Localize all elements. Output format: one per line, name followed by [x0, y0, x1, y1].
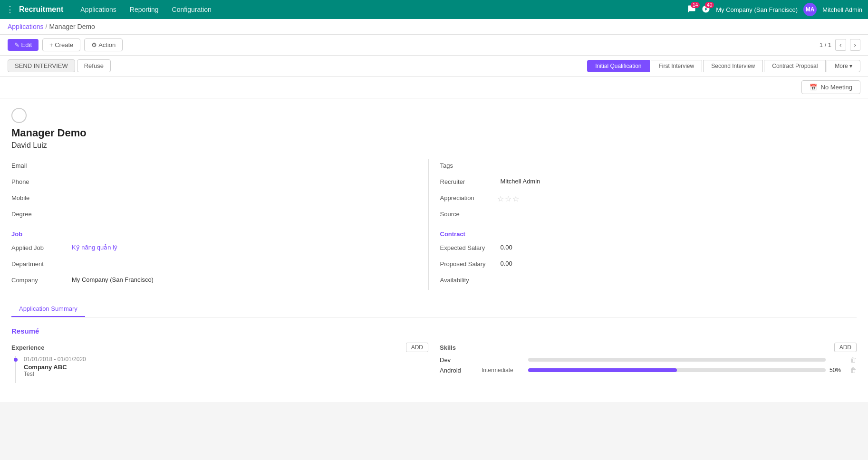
- appreciation-label: Appreciation: [440, 192, 497, 201]
- resume-columns: Experience ADD 01/01/2018 - 01/01/2020 C…: [11, 343, 857, 383]
- mobile-value[interactable]: [68, 192, 428, 205]
- experience-role: Test: [24, 371, 428, 377]
- tags-value[interactable]: [497, 159, 857, 172]
- no-meeting-button[interactable]: 📅 No Meeting: [801, 80, 860, 94]
- stage-more[interactable]: More ▾: [827, 60, 860, 72]
- add-skill-button[interactable]: ADD: [834, 343, 857, 352]
- toolbar: ✎ Edit + Create ⚙ Action 1 / 1 ‹ ›: [0, 35, 868, 56]
- star-1[interactable]: ☆: [497, 194, 504, 203]
- app-brand: Recruitment: [19, 5, 63, 14]
- stage-contract-proposal[interactable]: Contract Proposal: [764, 60, 826, 72]
- activity-icon[interactable]: 40: [702, 5, 710, 15]
- activity-badge: 40: [705, 2, 714, 8]
- stage-first-interview[interactable]: First Interview: [651, 60, 703, 72]
- experience-company: Company ABC: [24, 364, 428, 371]
- nav-configuration[interactable]: Configuration: [166, 4, 217, 15]
- experience-section-title: Experience ADD: [11, 343, 428, 352]
- source-value[interactable]: [497, 208, 857, 221]
- degree-row: Degree: [11, 208, 428, 223]
- nav-reporting[interactable]: Reporting: [124, 4, 164, 15]
- top-nav: ⋮ Recruitment Applications Reporting Con…: [0, 0, 868, 19]
- resume-skills: Skills ADD Dev 🗑 Android Intermediate: [440, 343, 857, 383]
- experience-label: Experience: [11, 344, 44, 351]
- candidate-name: David Luiz: [11, 141, 857, 150]
- skill-android-bar-container: [528, 368, 826, 372]
- experience-date: 01/01/2018 - 01/01/2020: [24, 356, 428, 363]
- breadcrumb-sep: /: [46, 23, 48, 30]
- contract-section-header: Contract: [440, 230, 857, 238]
- skill-dev-delete[interactable]: 🗑: [850, 356, 857, 364]
- degree-label: Degree: [11, 208, 68, 218]
- pagination: 1 / 1: [820, 41, 831, 48]
- phone-value[interactable]: [68, 175, 428, 189]
- tags-row: Tags: [440, 159, 857, 174]
- resume-title: Resumé: [11, 327, 857, 335]
- phone-label: Phone: [11, 175, 68, 185]
- experience-dot: [14, 358, 18, 362]
- availability-value[interactable]: [497, 274, 857, 287]
- main-content: Manager Demo David Luiz Email Phone Mobi…: [0, 98, 868, 402]
- phone-row: Phone: [11, 175, 428, 191]
- prev-button[interactable]: ‹: [835, 39, 846, 51]
- no-meeting-label: No Meeting: [821, 84, 852, 91]
- department-label: Department: [11, 258, 68, 268]
- nav-applications[interactable]: Applications: [75, 4, 122, 15]
- email-value[interactable]: [68, 159, 428, 172]
- skill-android-name: Android: [440, 367, 478, 374]
- company-label: Company: [11, 274, 68, 284]
- stage-bar: SEND INTERVIEW Refuse Initial Qualificat…: [0, 56, 868, 77]
- applied-job-row: Applied Job Kỹ năng quản lý: [11, 241, 428, 257]
- company-name[interactable]: My Company (San Francisco): [716, 6, 798, 13]
- user-name[interactable]: Mitchell Admin: [822, 6, 862, 13]
- next-button[interactable]: ›: [850, 39, 860, 51]
- refuse-button[interactable]: Refuse: [77, 59, 111, 72]
- star-2[interactable]: ☆: [505, 194, 511, 203]
- send-interview-button[interactable]: SEND INTERVIEW: [8, 59, 75, 72]
- appreciation-stars: ☆ ☆ ☆: [497, 192, 519, 203]
- proposed-salary-value[interactable]: 0.00: [497, 258, 857, 271]
- proposed-salary-label: Proposed Salary: [440, 258, 497, 268]
- email-label: Email: [11, 159, 68, 169]
- skill-android-percent: 50%: [829, 367, 846, 374]
- messages-icon[interactable]: 14: [687, 5, 696, 15]
- stage-initial-qualification[interactable]: Initial Qualification: [587, 60, 649, 72]
- stage-second-interview[interactable]: Second Interview: [703, 60, 763, 72]
- nav-links: Applications Reporting Configuration: [75, 4, 687, 15]
- user-avatar[interactable]: MA: [803, 3, 817, 16]
- nav-right: 14 40 My Company (San Francisco) MA Mitc…: [687, 3, 862, 16]
- breadcrumb-parent[interactable]: Applications: [8, 23, 44, 30]
- degree-value[interactable]: [68, 208, 428, 221]
- stage-steps: Initial Qualification First Interview Se…: [587, 60, 860, 72]
- tab-application-summary[interactable]: Application Summary: [11, 301, 85, 317]
- experience-item: 01/01/2018 - 01/01/2020 Company ABC Test: [15, 356, 428, 383]
- resume-section: Resumé Experience ADD 01/01/2018 - 01/01…: [11, 317, 857, 393]
- skill-dev-bar-container: [528, 358, 826, 362]
- applied-job-label: Applied Job: [11, 241, 68, 251]
- add-experience-button[interactable]: ADD: [406, 343, 428, 352]
- app-grid-icon[interactable]: ⋮: [6, 4, 14, 15]
- email-row: Email: [11, 159, 428, 174]
- mobile-label: Mobile: [11, 192, 68, 201]
- action-button[interactable]: ⚙ Action: [84, 38, 123, 51]
- create-button[interactable]: + Create: [42, 38, 80, 51]
- company-value[interactable]: My Company (San Francisco): [68, 274, 428, 287]
- meeting-bar: 📅 No Meeting: [0, 77, 868, 98]
- star-3[interactable]: ☆: [512, 194, 519, 203]
- skill-android-delete[interactable]: 🗑: [850, 366, 857, 374]
- mobile-row: Mobile: [11, 192, 428, 207]
- edit-button[interactable]: ✎ Edit: [8, 39, 39, 51]
- proposed-salary-row: Proposed Salary 0.00: [440, 258, 857, 273]
- expected-salary-label: Expected Salary: [440, 241, 497, 251]
- candidate-avatar[interactable]: [11, 108, 27, 123]
- recruiter-value[interactable]: Mitchell Admin: [497, 175, 857, 189]
- source-row: Source: [440, 208, 857, 223]
- department-value[interactable]: [68, 258, 428, 271]
- skill-dev-name: Dev: [440, 356, 478, 364]
- applied-job-value[interactable]: Kỹ năng quản lý: [68, 241, 428, 255]
- breadcrumb: Applications / Manager Demo: [0, 19, 868, 35]
- expected-salary-value[interactable]: 0.00: [497, 241, 857, 255]
- tab-bar: Application Summary: [11, 301, 857, 317]
- availability-row: Availability: [440, 274, 857, 289]
- recruiter-row: Recruiter Mitchell Admin: [440, 175, 857, 191]
- toolbar-right: 1 / 1 ‹ ›: [820, 39, 860, 51]
